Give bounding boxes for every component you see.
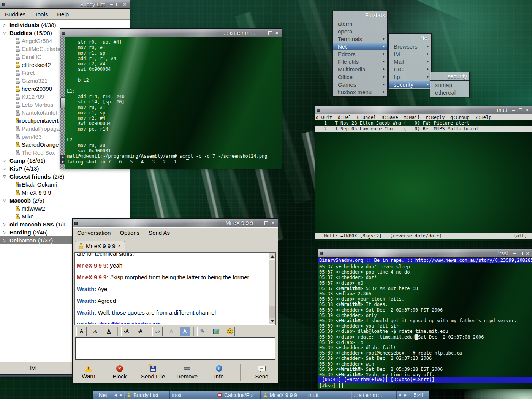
menubar-item[interactable]: Send As [149,230,170,236]
taskbar-task[interactable]: Calculus/Fur [215,391,260,399]
font-color-icon[interactable]: A [166,327,176,336]
buddy-group-row[interactable]: ▽ Closest friends (2/8) [0,173,130,180]
maximize-icon[interactable] [263,220,269,226]
minimize-icon[interactable] [108,2,114,7]
menu-item[interactable]: xnmap [430,81,469,89]
irssi-body[interactable]: BinaryShadow.org :: Be in rape. :: http:… [318,258,532,389]
tree-expander-icon[interactable]: ▷ [3,230,10,234]
font-smaller-icon[interactable]: ▾A [135,327,145,336]
buddy-row[interactable]: Ekaki Ookami [0,180,130,188]
taskbar-task[interactable]: irssi [169,391,215,399]
window-menu-icon[interactable] [74,222,78,225]
block-button[interactable]: ✕ Block [110,365,130,380]
workspace-next-icon[interactable] [118,391,124,399]
warn-button[interactable]: ! Warn [79,365,98,379]
minimize-icon[interactable] [260,30,266,36]
menubar-item[interactable]: Conversation [77,230,111,236]
menu-item[interactable]: Mail [389,58,431,65]
taskbar-task[interactable]: mutt [306,391,351,399]
terminal-body[interactable]: str r0, [sp, #4] mov r0, #1 mov r1, sp a… [60,37,282,169]
menu-item[interactable]: opera [333,27,387,35]
insert-image-icon[interactable] [211,327,221,336]
tree-expander-icon[interactable]: ▷ [3,238,10,242]
menu-item[interactable]: Terminals [333,35,387,43]
buddy-group-row[interactable]: ▽ Maccob (2/6) [0,196,130,204]
menubar-item[interactable]: Buddies [5,11,25,17]
window-menu-icon[interactable] [317,109,320,112]
menu-item[interactable]: Office [333,73,387,81]
menu-item[interactable]: ftp [389,73,431,81]
menu-item[interactable]: File utils [333,58,387,65]
irssi-titlebar[interactable]: irssi ✕ [318,249,532,258]
tree-expander-icon[interactable]: ▽ [3,31,10,35]
taskbar-task[interactable]: Mr eX 9 9 9 [260,391,306,399]
close-icon[interactable]: ✕ [524,107,530,113]
scroll-down-icon[interactable] [269,318,276,324]
irssi-input-line[interactable]: [#bso] [318,383,532,389]
window-menu-icon[interactable] [62,32,65,35]
remove-button[interactable]: Remove [176,365,198,380]
menu-item[interactable]: Editors [333,50,387,58]
taskbar-task[interactable]: .:aterm:. [351,391,397,399]
italic-icon[interactable]: A [90,327,100,336]
scrollbar-thumb[interactable] [269,259,276,306]
maximize-icon[interactable] [115,2,121,7]
maximize-icon[interactable] [518,107,523,113]
insert-smiley-icon[interactable] [225,327,235,336]
minimize-icon[interactable] [511,107,516,113]
scroll-down-icon[interactable] [60,160,65,164]
minimize-icon[interactable] [511,250,517,256]
mutt-titlebar[interactable]: mutt ✕ [315,106,532,114]
buddy-list-titlebar[interactable]: Buddy List ✕ [0,0,130,9]
send-file-button[interactable]: Send File [141,365,165,380]
menu-item[interactable]: ethereal [430,89,469,96]
tab-close-icon[interactable]: ✕ [118,244,121,249]
conversation-tab[interactable]: Mr eX 9 9 9 ✕ [75,241,125,251]
buddy-list-button[interactable]: IM [0,365,65,371]
menu-item[interactable]: fluxbox menu [333,88,387,96]
close-icon[interactable]: ✕ [270,220,276,226]
info-button[interactable]: i Info [209,365,229,380]
menu-item[interactable]: IM [389,50,431,58]
tree-expander-icon[interactable]: ▷ [3,166,10,171]
task-next-icon[interactable] [402,391,408,399]
font-face-icon[interactable]: ab [152,327,163,336]
close-icon[interactable]: ✕ [274,30,280,36]
menu-item[interactable]: Games [333,81,387,88]
im-titlebar[interactable]: Mr eX 9 9 9 ✕ [73,219,278,227]
window-menu-icon[interactable] [320,252,323,255]
insert-link-icon[interactable]: ✎ [197,327,207,336]
menubar-item[interactable]: Help [57,11,69,17]
buddy-row[interactable]: mdwww2 [0,204,130,212]
tree-expander-icon[interactable]: ▷ [3,23,10,27]
task-prev-icon[interactable] [396,391,402,399]
workspace-prev-icon[interactable] [112,391,118,399]
menu-item[interactable]: IRC [389,65,431,73]
underline-icon[interactable]: A [104,327,114,336]
buddy-group-row[interactable]: ▷ Individuals (4/38) [0,21,130,29]
tree-expander-icon[interactable]: ▷ [3,222,10,226]
terminal-scrollbar[interactable] [60,37,65,169]
message-input[interactable] [75,337,276,360]
tree-expander-icon[interactable]: ▽ [3,174,10,179]
aterm-titlebar[interactable]: .:aterm:. ✕ [60,29,282,37]
font-bigger-icon[interactable]: ▴A [121,327,131,336]
mutt-message-row[interactable]: 1 T Nov 28 Ellen Jacob Wra ( 0) FW: Pict… [315,120,532,126]
menu-item[interactable]: security [389,81,431,88]
menu-item[interactable]: Browsers [389,43,431,50]
buddy-row[interactable]: Mr eX 9 9 9 [0,188,130,196]
scrollbar-thumb[interactable] [60,97,65,108]
bold-icon[interactable]: A [76,327,87,336]
scroll-up-icon[interactable] [269,253,276,260]
conversation-scrollbar[interactable] [269,253,275,324]
taskbar-task[interactable]: Buddy List [124,391,169,399]
minimize-icon[interactable] [256,220,262,226]
menubar-item[interactable]: Options [120,230,139,236]
maximize-icon[interactable] [267,30,273,36]
menu-item[interactable]: Net [333,43,387,50]
tree-expander-icon[interactable]: ▽ [3,198,10,203]
close-icon[interactable]: ✕ [525,250,530,256]
tree-expander-icon[interactable]: ▷ [3,158,10,163]
menu-item[interactable]: aterm [333,20,387,27]
send-button[interactable]: Send [252,365,272,380]
